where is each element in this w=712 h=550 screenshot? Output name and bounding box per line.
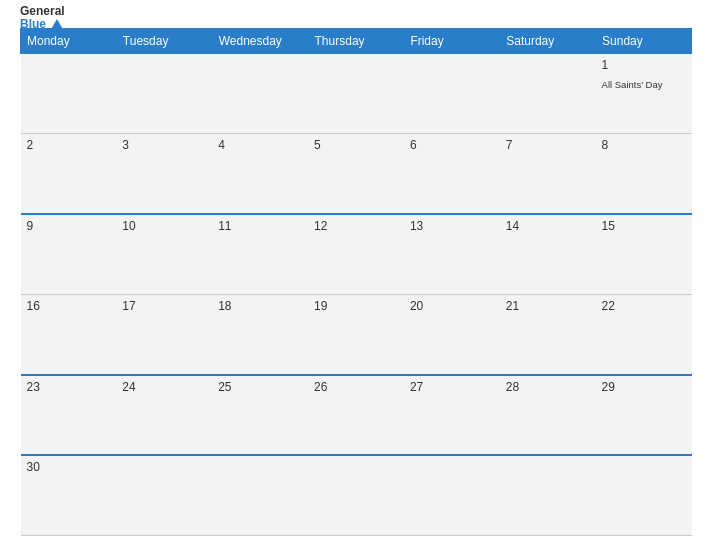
day-number: 15 (602, 219, 686, 233)
day-number: 10 (122, 219, 206, 233)
calendar-cell (596, 455, 692, 535)
day-header-tuesday: Tuesday (116, 29, 212, 54)
day-number: 14 (506, 219, 590, 233)
day-number: 5 (314, 138, 398, 152)
day-number: 19 (314, 299, 398, 313)
calendar-cell: 9 (21, 214, 117, 294)
calendar-cell: 6 (404, 134, 500, 214)
logo-blue-text: Blue (20, 18, 65, 31)
calendar-table: MondayTuesdayWednesdayThursdayFridaySatu… (20, 28, 692, 536)
calendar-cell: 10 (116, 214, 212, 294)
calendar-row-0: 1All Saints' Day (21, 54, 692, 134)
calendar-row-3: 16171819202122 (21, 294, 692, 374)
calendar-row-1: 2345678 (21, 134, 692, 214)
calendar-cell: 16 (21, 294, 117, 374)
day-header-friday: Friday (404, 29, 500, 54)
calendar-cell: 15 (596, 214, 692, 294)
calendar-cell: 26 (308, 375, 404, 455)
day-number: 25 (218, 380, 302, 394)
day-header-saturday: Saturday (500, 29, 596, 54)
logo-triangle-icon (50, 19, 64, 31)
calendar-cell: 29 (596, 375, 692, 455)
day-number: 6 (410, 138, 494, 152)
calendar-cell: 25 (212, 375, 308, 455)
calendar-cell: 3 (116, 134, 212, 214)
day-number: 26 (314, 380, 398, 394)
day-number: 16 (27, 299, 111, 313)
calendar-cell: 18 (212, 294, 308, 374)
calendar-cell (404, 54, 500, 134)
day-header-sunday: Sunday (596, 29, 692, 54)
day-number: 28 (506, 380, 590, 394)
calendar-cell: 20 (404, 294, 500, 374)
day-number: 27 (410, 380, 494, 394)
calendar-cell: 30 (21, 455, 117, 535)
day-number: 22 (602, 299, 686, 313)
day-number: 23 (27, 380, 111, 394)
day-number: 9 (27, 219, 111, 233)
calendar-cell: 28 (500, 375, 596, 455)
calendar-cell: 14 (500, 214, 596, 294)
day-number: 1 (602, 58, 686, 72)
day-number: 3 (122, 138, 206, 152)
day-number: 24 (122, 380, 206, 394)
calendar-cell (116, 54, 212, 134)
calendar-row-4: 23242526272829 (21, 375, 692, 455)
calendar-cell: 24 (116, 375, 212, 455)
day-number: 2 (27, 138, 111, 152)
day-number: 20 (410, 299, 494, 313)
calendar-cell (212, 54, 308, 134)
calendar-cell (212, 455, 308, 535)
day-number: 12 (314, 219, 398, 233)
day-header-monday: Monday (21, 29, 117, 54)
calendar-row-2: 9101112131415 (21, 214, 692, 294)
calendar-cell: 7 (500, 134, 596, 214)
day-number: 13 (410, 219, 494, 233)
calendar-cell: 1All Saints' Day (596, 54, 692, 134)
calendar-cell: 11 (212, 214, 308, 294)
calendar-cell: 21 (500, 294, 596, 374)
calendar-cell: 8 (596, 134, 692, 214)
day-number: 30 (27, 460, 111, 474)
calendar-cell (308, 54, 404, 134)
calendar-cell: 13 (404, 214, 500, 294)
calendar-cell (500, 455, 596, 535)
day-number: 4 (218, 138, 302, 152)
calendar-cell (116, 455, 212, 535)
day-number: 8 (602, 138, 686, 152)
calendar-cell: 4 (212, 134, 308, 214)
day-header-row: MondayTuesdayWednesdayThursdayFridaySatu… (21, 29, 692, 54)
calendar-cell (21, 54, 117, 134)
calendar-cell (308, 455, 404, 535)
calendar-row-5: 30 (21, 455, 692, 535)
calendar-cell: 23 (21, 375, 117, 455)
day-number: 18 (218, 299, 302, 313)
day-number: 21 (506, 299, 590, 313)
calendar-cell: 12 (308, 214, 404, 294)
day-number: 29 (602, 380, 686, 394)
calendar-cell: 17 (116, 294, 212, 374)
day-number: 7 (506, 138, 590, 152)
event-label: All Saints' Day (602, 79, 663, 90)
calendar-cell (404, 455, 500, 535)
day-header-thursday: Thursday (308, 29, 404, 54)
day-number: 11 (218, 219, 302, 233)
calendar-cell: 5 (308, 134, 404, 214)
logo: General Blue (20, 5, 65, 31)
day-header-wednesday: Wednesday (212, 29, 308, 54)
calendar-cell: 22 (596, 294, 692, 374)
day-number: 17 (122, 299, 206, 313)
calendar-cell: 19 (308, 294, 404, 374)
calendar-cell: 2 (21, 134, 117, 214)
calendar-cell (500, 54, 596, 134)
calendar-cell: 27 (404, 375, 500, 455)
